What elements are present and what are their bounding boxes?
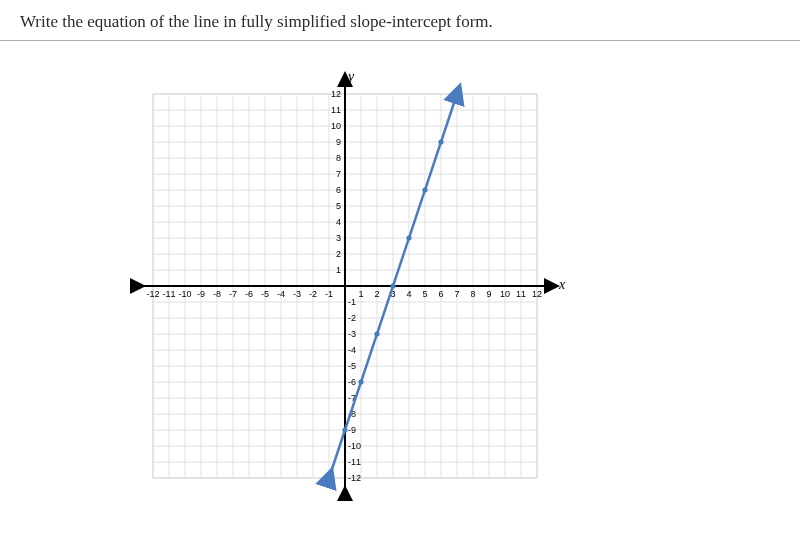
- svg-point-104: [454, 91, 459, 96]
- svg-text:6: 6: [438, 289, 443, 299]
- svg-text:-7: -7: [229, 289, 237, 299]
- svg-text:-1: -1: [325, 289, 333, 299]
- svg-text:-6: -6: [348, 377, 356, 387]
- svg-text:4: 4: [336, 217, 341, 227]
- svg-text:5: 5: [336, 201, 341, 211]
- y-axis-label: y: [346, 71, 355, 84]
- coordinate-plane: x y -12 -11 -10 -9 -8 -7 -6 -5 -4 -3 -2 …: [130, 71, 590, 511]
- svg-point-98: [358, 379, 363, 384]
- svg-text:-6: -6: [245, 289, 253, 299]
- svg-text:8: 8: [336, 153, 341, 163]
- svg-text:-1: -1: [348, 297, 356, 307]
- svg-text:-8: -8: [213, 289, 221, 299]
- chart-container: x y -12 -11 -10 -9 -8 -7 -6 -5 -4 -3 -2 …: [0, 41, 800, 541]
- svg-text:1: 1: [358, 289, 363, 299]
- svg-text:9: 9: [336, 137, 341, 147]
- svg-text:-12: -12: [348, 473, 361, 483]
- svg-text:7: 7: [454, 289, 459, 299]
- svg-text:-3: -3: [348, 329, 356, 339]
- svg-point-102: [422, 187, 427, 192]
- svg-text:-5: -5: [261, 289, 269, 299]
- svg-text:9: 9: [486, 289, 491, 299]
- svg-text:10: 10: [500, 289, 510, 299]
- svg-text:12: 12: [532, 289, 542, 299]
- svg-text:2: 2: [336, 249, 341, 259]
- svg-text:-4: -4: [348, 345, 356, 355]
- svg-text:1: 1: [336, 265, 341, 275]
- svg-text:11: 11: [516, 289, 526, 299]
- svg-text:4: 4: [406, 289, 411, 299]
- svg-point-99: [374, 331, 379, 336]
- svg-text:-2: -2: [309, 289, 317, 299]
- svg-point-103: [438, 139, 443, 144]
- svg-point-101: [406, 235, 411, 240]
- svg-text:12: 12: [331, 89, 341, 99]
- svg-text:-2: -2: [348, 313, 356, 323]
- svg-text:11: 11: [331, 105, 341, 115]
- svg-text:-9: -9: [197, 289, 205, 299]
- svg-text:-9: -9: [348, 425, 356, 435]
- svg-point-96: [326, 475, 331, 480]
- svg-text:-11: -11: [348, 457, 361, 467]
- svg-point-97: [342, 427, 347, 432]
- svg-text:-11: -11: [162, 289, 175, 299]
- svg-text:-5: -5: [348, 361, 356, 371]
- svg-text:5: 5: [422, 289, 427, 299]
- svg-text:10: 10: [331, 121, 341, 131]
- svg-text:7: 7: [336, 169, 341, 179]
- question-prompt: Write the equation of the line in fully …: [0, 0, 800, 41]
- svg-text:-10: -10: [178, 289, 191, 299]
- svg-text:8: 8: [470, 289, 475, 299]
- svg-text:-3: -3: [293, 289, 301, 299]
- svg-text:6: 6: [336, 185, 341, 195]
- y-tick-labels-pos: 1 2 3 4 5 6 7 8 9 10 11 12: [331, 89, 341, 275]
- svg-text:2: 2: [374, 289, 379, 299]
- svg-text:3: 3: [336, 233, 341, 243]
- svg-text:-4: -4: [277, 289, 285, 299]
- x-axis-label: x: [558, 277, 566, 292]
- svg-point-100: [390, 283, 395, 288]
- svg-text:-12: -12: [146, 289, 159, 299]
- svg-text:-10: -10: [348, 441, 361, 451]
